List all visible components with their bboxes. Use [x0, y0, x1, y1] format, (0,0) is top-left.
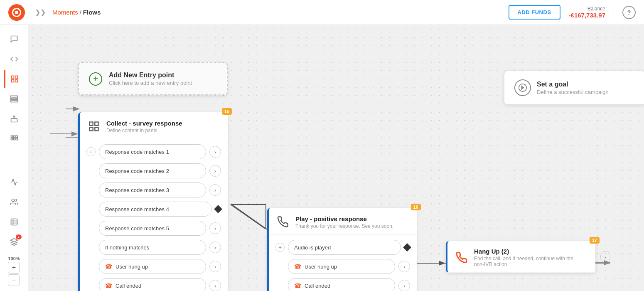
zoom-out-button[interactable]: −	[8, 274, 20, 286]
sidebar-item-grid[interactable]	[5, 130, 23, 148]
balance-block: Balance -€167,733.97	[569, 6, 605, 19]
svg-rect-31	[95, 127, 98, 131]
collect-badge: 15	[222, 108, 232, 115]
add-funds-button[interactable]: ADD FUNDS	[509, 5, 560, 20]
play-hung-icon: ☎	[294, 263, 301, 270]
sidebar: 7 100% + −	[0, 25, 28, 291]
branch-plus-1[interactable]: +	[86, 147, 96, 156]
svg-rect-29	[90, 122, 93, 126]
sidebar-badge: 7	[16, 234, 22, 239]
sidebar-item-chart[interactable]	[5, 173, 23, 191]
branch-row-2: Response code matches 2 ›	[86, 163, 221, 178]
play-arrow-hung[interactable]: ›	[398, 261, 410, 272]
collect-subtitle: Define content in panel	[106, 128, 182, 133]
svg-point-8	[13, 116, 15, 117]
play-branch-ended: ☎ Call ended ›	[275, 278, 410, 291]
svg-rect-16	[11, 138, 12, 140]
branch-pill-1[interactable]: Response code matches 1	[99, 144, 206, 159]
branch-pill-nothing[interactable]: If nothing matches	[99, 240, 206, 255]
svg-rect-4	[10, 96, 17, 97]
play-branch-audio: + Audio is played	[275, 240, 410, 255]
svg-line-38	[231, 205, 265, 229]
branch-pill-2[interactable]: Response code matches 2	[99, 163, 206, 178]
play-subtitle: Thank you for your response. See you soo…	[295, 223, 393, 229]
branch-row-5: Response code matches 5 ›	[86, 221, 221, 236]
play-ended-icon: ☎	[294, 282, 301, 289]
svg-rect-1	[15, 76, 18, 79]
branch-arrow-3[interactable]: ›	[209, 184, 221, 196]
audio-plus[interactable]: +	[275, 243, 285, 252]
expand-icon[interactable]: ❯❯	[35, 8, 46, 16]
hung-phone-icon: ☎	[105, 263, 112, 270]
svg-rect-30	[95, 122, 98, 126]
play-branches: + Audio is played ☎ User hung up ›	[269, 235, 417, 291]
node-play[interactable]: 16 Play - positive response Thank you fo…	[267, 208, 417, 291]
goal-inner: Set a goal Define a successful campaign	[514, 79, 635, 96]
svg-rect-7	[11, 118, 17, 122]
goal-subtitle: Define a successful campaign	[537, 89, 609, 95]
hangup-arrow-btn[interactable]: ›	[600, 251, 610, 263]
branch-pill-hung[interactable]: ☎ User hung up	[99, 259, 206, 274]
collect-text: Collect - survey response Define content…	[106, 120, 182, 133]
node-hangup[interactable]: 17 Hang Up (2) End the call, and if need…	[446, 241, 595, 273]
sidebar-item-list[interactable]	[5, 213, 23, 231]
svg-rect-2	[15, 80, 18, 82]
svg-rect-0	[12, 76, 14, 79]
audio-pill[interactable]: Audio is played	[288, 240, 401, 255]
play-pill-hung[interactable]: ☎ User hung up	[288, 259, 395, 274]
sidebar-item-code[interactable]	[5, 50, 23, 68]
branch-pill-4[interactable]: Response code matches 4	[99, 202, 212, 217]
logo-inner	[12, 8, 21, 17]
sidebar-item-chat[interactable]	[5, 30, 23, 48]
branch-pill-ended[interactable]: ☎ Call ended	[99, 278, 206, 291]
play-arrow-ended[interactable]: ›	[398, 280, 410, 291]
sidebar-item-people[interactable]	[5, 193, 23, 211]
branch-arrow-ended[interactable]: ›	[209, 280, 221, 291]
sidebar-item-layers[interactable]: 7	[5, 233, 23, 251]
svg-rect-20	[11, 219, 17, 225]
hangup-out-arrow: ›	[600, 251, 610, 263]
zoom-in-button[interactable]: +	[8, 262, 20, 274]
entry-plus-icon[interactable]: +	[89, 72, 102, 86]
play-header: Play - positive response Thank you for y…	[269, 208, 417, 235]
play-pill-ended[interactable]: ☎ Call ended	[288, 278, 395, 291]
breadcrumb-sep: /	[80, 9, 81, 16]
breadcrumb-moments[interactable]: Moments	[52, 9, 78, 16]
node-collect[interactable]: 15 Collect - survey response Define cont…	[78, 112, 228, 291]
branch-arrow-2[interactable]: ›	[209, 165, 221, 177]
goal-title: Set a goal	[537, 81, 609, 88]
branch-row-3: Response code matches 3 ›	[86, 182, 221, 197]
branch-arrow-nothing[interactable]: ›	[209, 242, 221, 253]
svg-rect-13	[11, 136, 12, 138]
node-entry[interactable]: + Add New Entry point Click here to add …	[78, 62, 228, 95]
svg-rect-18	[16, 138, 17, 140]
help-button[interactable]: ?	[622, 6, 636, 19]
branch-pill-3[interactable]: Response code matches 3	[99, 182, 206, 197]
hangup-text: Hang Up (2) End the call, and if needed,…	[474, 248, 574, 267]
branch-arrow-hung[interactable]: ›	[209, 261, 221, 272]
node-goal[interactable]: Set a goal Define a successful campaign	[504, 71, 644, 105]
hangup-icon	[454, 250, 469, 265]
breadcrumb-flows: Flows	[83, 9, 101, 16]
svg-rect-14	[13, 136, 15, 138]
canvas[interactable]: › + Add New Entry point Click here to ad…	[28, 25, 644, 291]
sidebar-item-bot[interactable]	[5, 110, 23, 128]
goal-icon	[514, 79, 531, 96]
logo[interactable]	[8, 4, 25, 21]
branch-pill-5[interactable]: Response code matches 5	[99, 221, 206, 236]
svg-marker-34	[521, 86, 524, 90]
divider	[614, 4, 614, 21]
sidebar-item-stack[interactable]	[5, 90, 23, 108]
topbar: ❯❯ Moments / Flows ADD FUNDS Balance -€1…	[0, 0, 644, 25]
branch-row-nothing: If nothing matches ›	[86, 240, 221, 255]
branch-arrow-5[interactable]: ›	[209, 222, 221, 234]
hangup-title: Hang Up (2)	[474, 248, 574, 255]
branch-row-1: + Response code matches 1 ›	[86, 144, 221, 159]
svg-rect-32	[90, 127, 93, 131]
sidebar-item-flows[interactable]	[4, 70, 24, 88]
logo-dot	[15, 11, 18, 14]
audio-diamond	[403, 243, 411, 252]
branch-diamond-4	[214, 205, 222, 213]
branch-row-hung: ☎ User hung up ›	[86, 259, 221, 274]
branch-arrow-1[interactable]: ›	[209, 146, 221, 158]
